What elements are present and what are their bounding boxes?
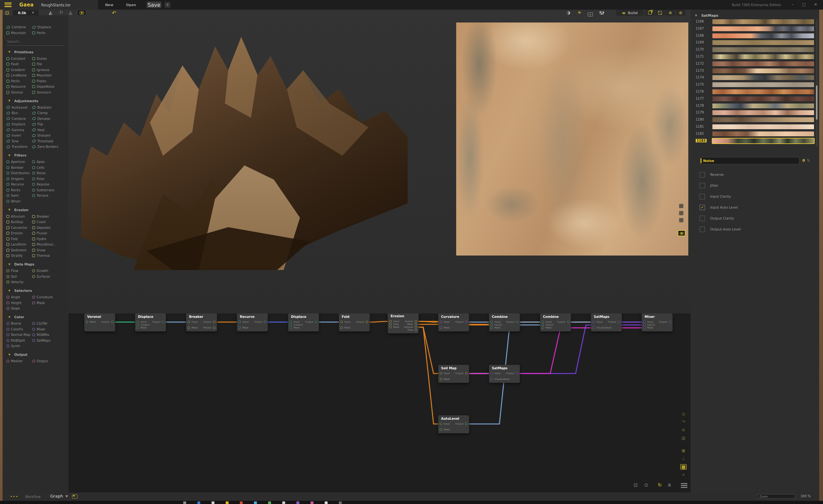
toolbox-item-dunes[interactable]: Dunes bbox=[32, 56, 67, 61]
checkbox-box[interactable]: ✓ bbox=[699, 205, 705, 210]
input-port-input[interactable] bbox=[440, 321, 442, 323]
checkbox-box[interactable] bbox=[699, 172, 705, 177]
input-port-mask[interactable] bbox=[290, 327, 292, 329]
satmap-gradient-bar[interactable] bbox=[712, 54, 814, 59]
toolbox-item-autolevel[interactable]: AutoLevel bbox=[6, 106, 32, 110]
effects-button[interactable]: ⊛ bbox=[676, 10, 685, 16]
toolbox-item-displace[interactable]: Displace bbox=[32, 25, 67, 29]
output-port-output[interactable] bbox=[162, 321, 164, 323]
input-port-mask[interactable] bbox=[440, 327, 442, 329]
toolbox-item-transform[interactable]: Transform bbox=[6, 145, 32, 149]
toolbox-item-clamp[interactable]: Clamp bbox=[32, 111, 67, 115]
input-port-input2[interactable] bbox=[542, 324, 544, 326]
section-header-color[interactable]: ▼Color bbox=[8, 315, 68, 319]
toolbox-item-soil[interactable]: Soil bbox=[6, 275, 32, 279]
input-port-input[interactable] bbox=[340, 321, 343, 323]
tab-graph[interactable]: Graph bbox=[50, 494, 63, 499]
toolbox-item-output[interactable]: Output bbox=[32, 359, 67, 363]
copy-icon[interactable]: ▥ bbox=[680, 436, 687, 440]
output-port-output[interactable] bbox=[669, 321, 671, 323]
input-port-input[interactable] bbox=[389, 320, 391, 322]
input-port-input2[interactable] bbox=[491, 324, 493, 326]
checkbox-input-clarity[interactable]: Input Clarity bbox=[699, 191, 741, 202]
toolbox-item-resource[interactable]: Resource bbox=[6, 85, 32, 89]
toolbox-item-bomber[interactable]: Bomber bbox=[6, 166, 32, 170]
toolbox-item-apex[interactable]: Apex bbox=[32, 160, 67, 164]
satmap-row-1167[interactable]: 1167 bbox=[690, 26, 819, 31]
graph-node-erosion[interactable]: ErosionInputAreaMaskOutputWearDepositFlo… bbox=[388, 313, 419, 333]
input-port-input2[interactable] bbox=[643, 324, 646, 326]
toolbox-item-blur[interactable]: Blur bbox=[6, 111, 32, 115]
taskbar-app-icon[interactable] bbox=[254, 501, 257, 504]
build-button[interactable]: ∞ Build bbox=[616, 10, 644, 16]
disable-button[interactable]: ⊗ bbox=[665, 10, 675, 16]
graph-node-combine[interactable]: CombineInputInput2MaskOutput bbox=[489, 313, 520, 331]
taskbar-app-icon[interactable] bbox=[268, 501, 271, 504]
toolbox-item-gamma[interactable]: Gamma bbox=[6, 128, 32, 132]
graph-node-breaker[interactable]: BreakerInputMaskOutputBreaks bbox=[186, 313, 217, 331]
output-port-output[interactable] bbox=[264, 321, 266, 323]
scrollbar-thumb[interactable] bbox=[816, 86, 818, 120]
toolbox-item-constant[interactable]: Constant bbox=[6, 56, 32, 61]
satmap-row-1170[interactable]: 1170 bbox=[690, 47, 819, 52]
output-port-output[interactable] bbox=[415, 320, 417, 322]
checkbox-box[interactable] bbox=[699, 183, 705, 188]
toolbox-item-sediment[interactable]: Sediment bbox=[6, 248, 32, 252]
toolbox-item-mountain[interactable]: Mountain bbox=[32, 73, 67, 77]
tab-workflow[interactable]: Workflow bbox=[25, 495, 40, 499]
refresh-icon[interactable]: ↻ bbox=[658, 482, 662, 488]
satmap-row-1173[interactable]: 1173 bbox=[690, 68, 819, 73]
input-port-input[interactable] bbox=[440, 423, 442, 425]
graph-node-recurve[interactable]: RecurveInputMaskOutput bbox=[237, 313, 268, 331]
snapshot-icon[interactable]: ▣ bbox=[680, 448, 687, 453]
input-port-mask[interactable] bbox=[389, 326, 391, 328]
toolbox-item-breaker[interactable]: Breaker bbox=[32, 214, 67, 218]
satmap-row-1179[interactable]: 1179 bbox=[690, 110, 819, 115]
camera-view-button[interactable] bbox=[77, 10, 86, 16]
graph-node-autolevel[interactable]: AutoLevelInputMaskOutput bbox=[438, 415, 469, 433]
minimize-button[interactable]: – bbox=[792, 2, 793, 7]
satmap-row-1181[interactable]: 1181 bbox=[690, 124, 819, 130]
toolbox-item-linenoise[interactable]: LineNoise bbox=[6, 73, 32, 77]
menu-open[interactable]: Open bbox=[126, 3, 136, 7]
section-header-filters[interactable]: ▼Filters bbox=[8, 153, 68, 157]
toolbox-item-mixer[interactable]: Mixer bbox=[32, 327, 67, 331]
satmap-row-1175[interactable]: 1175 bbox=[690, 82, 819, 88]
toolbox-item-satmaps[interactable]: SatMaps bbox=[32, 338, 67, 343]
toolbox-item-biome[interactable]: Biome bbox=[6, 321, 32, 326]
toolbox-item-snow[interactable]: Snow bbox=[32, 248, 67, 252]
satmap-row-1182[interactable]: 1182 bbox=[690, 132, 819, 137]
satmap-gradient-bar[interactable] bbox=[712, 61, 814, 66]
input-port-mask[interactable] bbox=[643, 327, 646, 329]
input-port-mask[interactable] bbox=[491, 327, 493, 329]
toolbox-item-slopenoise[interactable]: SlopeNoise bbox=[32, 85, 67, 89]
hamburger-menu-icon[interactable] bbox=[4, 3, 12, 7]
toolbox-item-surfacer[interactable]: Surfacer bbox=[32, 275, 67, 279]
section-header-primitives[interactable]: ▼Primitives bbox=[8, 50, 68, 54]
satmap-row-1169[interactable]: 1169 bbox=[690, 40, 819, 45]
graph-node-fold[interactable]: FoldInputMaskOutput bbox=[339, 313, 370, 331]
input-port-input[interactable] bbox=[491, 321, 493, 323]
toolbox-item-voronoi-[interactable]: Voronoi+ bbox=[32, 90, 67, 95]
satmap-row-1180[interactable]: 1180 bbox=[690, 117, 819, 123]
output-port-output[interactable] bbox=[516, 321, 518, 323]
undo-icon[interactable]: ↶ bbox=[112, 10, 116, 16]
sun-lighting-icon[interactable]: ☀ bbox=[578, 10, 582, 15]
toolbox-item-repulse[interactable]: Repulse bbox=[32, 182, 67, 186]
output-port-output[interactable] bbox=[618, 321, 620, 323]
input-port-mask[interactable] bbox=[542, 327, 544, 329]
more-options-button[interactable]: ••• bbox=[10, 494, 18, 499]
satmap-row-1178[interactable]: 1178 bbox=[690, 104, 819, 109]
toolbox-item-fluvial[interactable]: Fluvial bbox=[32, 231, 67, 235]
open-file-tab[interactable]: RoughSlants.tor bbox=[41, 3, 71, 7]
toolbox-item-rgbmix[interactable]: RGBMix bbox=[32, 333, 67, 337]
graph-node-mixer[interactable]: MixerInputInput2MaskOutput bbox=[642, 313, 673, 331]
graph-node-curvature[interactable]: CurvatureInputMaskOutput bbox=[438, 313, 469, 331]
satmap-row-1183[interactable]: 1183 bbox=[690, 139, 819, 144]
satmap-row-1171[interactable]: 1171 bbox=[690, 54, 819, 59]
satmap-gradient-bar[interactable] bbox=[712, 97, 814, 101]
toolbox-item-mountain[interactable]: Mountain bbox=[6, 31, 32, 35]
node-link-icon[interactable]: ⋔ bbox=[667, 482, 672, 488]
taskbar-app-icon[interactable] bbox=[282, 501, 285, 504]
toolbox-item-mesher[interactable]: Mesher bbox=[6, 359, 32, 363]
